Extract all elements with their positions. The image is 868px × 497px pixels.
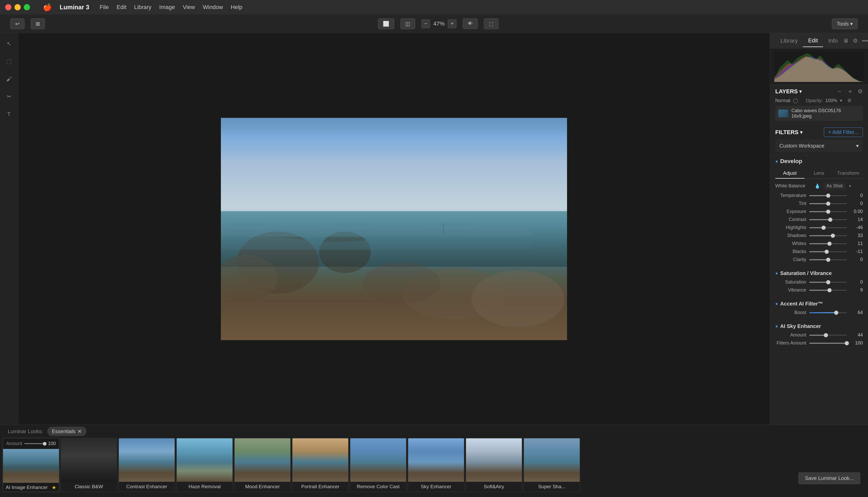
menu-edit[interactable]: Edit (116, 4, 126, 11)
slider-thumb-boost[interactable] (834, 311, 838, 315)
slider-track-amount[interactable] (809, 335, 847, 336)
preview-button[interactable]: 👁 (463, 18, 478, 29)
filmstrip-item-6[interactable]: Remove Color Cast (350, 438, 407, 492)
tab-edit[interactable]: Edit (803, 34, 823, 47)
slider-thumb-filters-amount[interactable] (845, 341, 849, 345)
slider-track-boost[interactable] (809, 312, 847, 313)
slider-thumb-whites[interactable] (827, 242, 831, 246)
zoom-in-button[interactable]: + (448, 19, 457, 28)
layer-item[interactable]: Cabo waves DSC05176 16x9.jpeg (775, 106, 863, 121)
menu-view[interactable]: View (183, 4, 195, 11)
layers-remove-button[interactable]: − (836, 88, 843, 95)
slider-thumb-exposure[interactable] (826, 210, 830, 214)
layers-add-button[interactable]: + (847, 88, 854, 95)
slider-track-exposure[interactable] (809, 211, 847, 212)
filmstrip-item-4[interactable]: Mood Enhancer (234, 438, 291, 492)
wb-value[interactable]: As Shot (823, 182, 846, 190)
canvas-area[interactable] (18, 33, 770, 425)
slider-track-saturation[interactable] (809, 282, 847, 283)
slider-track-contrast[interactable] (809, 219, 847, 220)
panel-scroll[interactable]: ● Develop Adjust Lens Transform White Ba… (770, 155, 868, 425)
settings-icon[interactable]: ⚙ (853, 38, 858, 44)
film-label-4: Mood Enhancer (234, 482, 290, 492)
slider-thumb-amount[interactable] (824, 333, 828, 337)
save-luminar-look-button[interactable]: Save Luminar Look... (798, 472, 860, 484)
filmstrip-item-3[interactable]: Haze Removal (176, 438, 233, 492)
filmstrip-essentials[interactable]: Essentials ✕ (47, 427, 87, 436)
slider-track-whites[interactable] (809, 243, 847, 244)
blend-mode-label[interactable]: Normal (775, 98, 790, 103)
film-star-icon[interactable]: ★ (52, 484, 56, 491)
minimize-button[interactable] (14, 4, 21, 10)
ai-sky-header[interactable]: ● AI Sky Enhancer (775, 323, 863, 329)
crop-button[interactable]: ⬚ (484, 18, 498, 29)
slider-thumb-vibrance[interactable] (827, 288, 831, 292)
tool-cursor[interactable]: ↖ (3, 38, 15, 49)
undo-button[interactable]: ↩ (10, 18, 25, 29)
develop-section: ● Develop Adjust Lens Transform White Ba… (770, 155, 868, 268)
first-film-thumbnail (3, 449, 59, 483)
slider-track-shadows[interactable] (809, 235, 847, 236)
slider-thumb-blacks[interactable] (825, 250, 829, 254)
filmstrip-item-1[interactable]: Classic B&W (60, 438, 117, 492)
filmstrip-item-8[interactable]: Soft&Airy (465, 438, 522, 492)
tool-brush[interactable]: 🖌 (3, 73, 15, 85)
develop-header[interactable]: ● Develop (775, 158, 863, 165)
maximize-button[interactable] (24, 4, 30, 10)
tab-info[interactable]: Info (823, 35, 843, 47)
tab-library[interactable]: Library (775, 35, 803, 47)
menu-window[interactable]: Window (203, 4, 223, 11)
filmstrip-item-2[interactable]: Contrast Enhancer (118, 438, 175, 492)
filmstrip-item-9[interactable]: Super Sha... (523, 438, 580, 492)
filmstrip-item-5[interactable]: Portrait Enhancer (292, 438, 349, 492)
more-icon[interactable]: ••• (862, 38, 868, 44)
slider-track-vibrance[interactable] (809, 290, 847, 291)
add-filter-button[interactable]: + Add Filter... (824, 127, 863, 137)
develop-tab-adjust[interactable]: Adjust (775, 168, 805, 179)
filmstrip-scroll[interactable]: Amount 100 AI Image Enhancer ★ Classic B… (0, 438, 868, 495)
layers-settings-icon[interactable]: ⚙ (858, 88, 863, 95)
slider-track-temperature[interactable] (809, 195, 847, 196)
slider-track-clarity[interactable] (809, 259, 847, 260)
filmstrip-item-0[interactable]: Amount 100 AI Image Enhancer ★ (3, 438, 59, 492)
slider-value-tint: 0 (850, 201, 863, 206)
slider-thumb-saturation[interactable] (826, 280, 830, 284)
slider-track-blacks[interactable] (809, 251, 847, 252)
compare-button[interactable]: ◫ (401, 18, 415, 29)
menu-library[interactable]: Library (134, 4, 151, 11)
slider-track-highlights[interactable] (809, 227, 847, 228)
develop-tab-transform[interactable]: Transform (834, 168, 863, 179)
eyedropper-icon[interactable]: 💧 (814, 183, 820, 189)
menu-help[interactable]: Help (231, 4, 242, 11)
close-button[interactable] (5, 4, 11, 10)
slider-thumb-shadows[interactable] (831, 233, 835, 238)
custom-workspace-row[interactable]: Custom Workspace ▾ (775, 140, 863, 152)
opacity-value[interactable]: 100% (825, 98, 837, 103)
filmstrip-item-7[interactable]: Sky Enhancer (408, 438, 464, 492)
tool-clone[interactable]: ✂ (3, 91, 15, 102)
slider-track-tint[interactable] (809, 203, 847, 204)
amount-slider[interactable] (24, 443, 46, 444)
accent-ai-header[interactable]: ● Accent AI Filter™ (775, 301, 863, 307)
monitor-icon[interactable]: 🖥 (843, 38, 849, 44)
slider-thumb-clarity[interactable] (826, 258, 830, 262)
zoom-out-button[interactable]: − (421, 19, 430, 28)
slider-thumb-highlights[interactable] (822, 226, 826, 230)
filters-header: FILTERS ▾ + Add Filter... (775, 127, 863, 137)
sat-vib-header[interactable]: ● Saturation / Vibrance (775, 270, 863, 276)
menu-image[interactable]: Image (159, 4, 175, 11)
layer-name: Cabo waves DSC05176 16x9.jpeg (791, 108, 860, 119)
develop-tab-lens[interactable]: Lens (805, 168, 834, 179)
slider-value-whites: 11 (850, 241, 863, 246)
layout-button[interactable]: ⊞ (31, 18, 45, 29)
tool-text[interactable]: T (3, 109, 15, 120)
tools-button[interactable]: Tools ▾ (832, 18, 858, 29)
right-panel: Library Edit Info 🖥 ⚙ ••• (770, 33, 868, 425)
slider-thumb-tint[interactable] (826, 202, 830, 206)
menu-file[interactable]: File (100, 4, 109, 11)
tool-crop[interactable]: ⬚ (3, 56, 15, 67)
slider-thumb-contrast[interactable] (828, 218, 833, 222)
view-mode-button[interactable]: ⬜ (378, 18, 394, 29)
slider-track-filters-amount[interactable] (809, 343, 847, 344)
slider-thumb-temperature[interactable] (826, 194, 830, 198)
